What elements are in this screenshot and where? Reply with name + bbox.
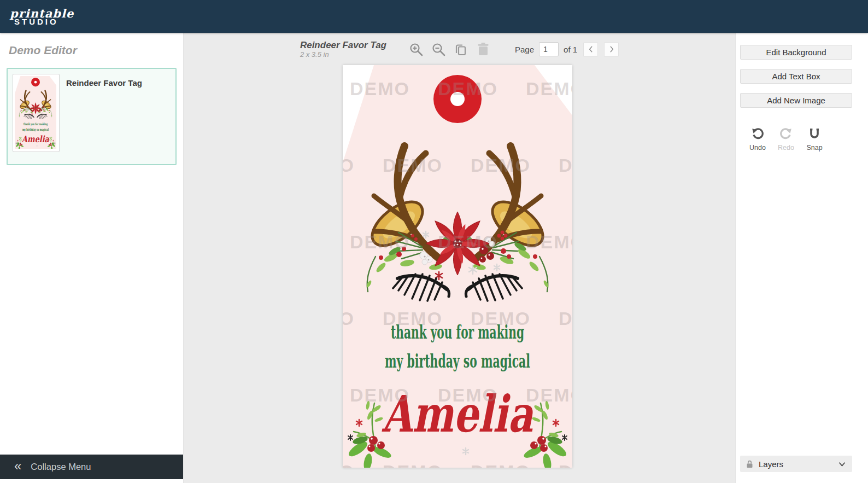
trash-icon [477,42,490,56]
editor-canvas-area: Reindeer Favor Tag 2 x 3.5 in [184,33,735,483]
canvas-toolbar: Reindeer Favor Tag 2 x 3.5 in [184,33,735,66]
chevron-right-icon [608,45,615,53]
design-canvas[interactable]: DEMODEMODEMODEMODEMODEMODEMODEMODEMODEMO… [343,65,572,468]
pages-sidebar: Demo Editor Reindeer Favor Tag « Collaps… [0,33,184,483]
chevron-left-icon [587,45,595,53]
history-controls: Undo Redo Snap [746,127,852,152]
undo-icon [751,127,764,141]
next-page-button[interactable] [604,42,619,57]
document-title: Reindeer Favor Tag [300,40,386,51]
page-label: Page [515,45,534,54]
previous-page-button[interactable] [583,42,598,57]
duplicate-page-button[interactable] [453,42,468,57]
page-number-input[interactable] [539,42,559,56]
snap-label: Snap [802,144,826,152]
delete-page-button[interactable] [476,42,491,57]
layers-panel-toggle[interactable]: Layers [740,456,852,472]
editor-title: Demo Editor [9,44,183,57]
collapse-menu-button[interactable]: « Collapse Menu [0,455,183,479]
top-header-bar: printable STUDIO [0,0,868,33]
page-thumbnail-image [13,74,60,152]
zoom-out-button[interactable] [431,42,446,57]
edit-background-button[interactable]: Edit Background [740,45,852,60]
zoom-in-button[interactable] [408,42,424,57]
collapse-menu-label: Collapse Menu [31,462,91,472]
collapse-chevrons-icon: « [14,458,21,474]
lock-icon [746,460,753,468]
redo-icon [779,127,793,141]
undo-label: Undo [746,144,770,152]
tools-panel: Edit Background Add Text Box Add New Ima… [735,33,868,483]
printable-studio-logo[interactable]: printable STUDIO [10,8,74,26]
tag-artwork-thumbnail [15,76,56,149]
page-total-label: of 1 [564,45,577,54]
page-navigation: Page of 1 [515,42,619,57]
page-thumbnail-card[interactable]: Reindeer Favor Tag [7,68,177,165]
add-new-image-button[interactable]: Add New Image [740,93,852,108]
page-thumbnail-label: Reindeer Favor Tag [66,78,142,159]
snap-magnet-icon [808,127,821,141]
undo-button[interactable]: Undo [746,127,770,152]
layers-label: Layers [759,459,832,469]
redo-label: Redo [774,144,798,152]
redo-button[interactable]: Redo [774,127,798,152]
document-info: Reindeer Favor Tag 2 x 3.5 in [300,40,386,59]
chevron-down-icon [838,460,846,468]
zoom-in-icon [409,42,424,57]
zoom-out-icon [431,42,446,57]
tag-artwork-main [343,65,572,468]
duplicate-icon [454,42,468,56]
app-window: printable STUDIO Demo Editor Reindeer Fa… [0,0,868,483]
snap-button[interactable]: Snap [802,127,826,152]
add-text-box-button[interactable]: Add Text Box [740,69,852,84]
document-size: 2 x 3.5 in [300,50,386,59]
